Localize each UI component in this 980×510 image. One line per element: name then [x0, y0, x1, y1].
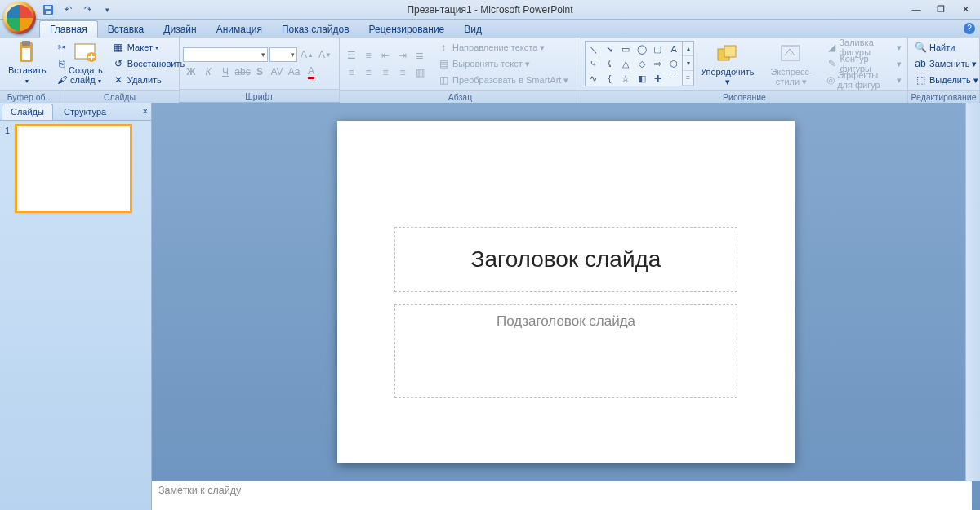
font-color-button[interactable]: A: [303, 64, 319, 79]
office-button[interactable]: [3, 2, 36, 34]
maximize-button[interactable]: ❐: [929, 2, 952, 16]
group-paragraph: ☰ ≡ ⇤ ⇥ ≣ ≡ ≡ ≡ ≡ ▥ ↕Направление текста …: [340, 38, 581, 102]
new-slide-button[interactable]: Создать слайд ▾: [64, 39, 108, 88]
align-left-button[interactable]: ≡: [343, 65, 359, 80]
indent-button[interactable]: ⇥: [394, 48, 411, 63]
shape-outline-button[interactable]: ✎Контур фигуры ▾: [824, 55, 904, 72]
spacing-button[interactable]: AV: [269, 64, 285, 79]
underline-button[interactable]: Ч: [217, 64, 234, 79]
layout-icon: ▦: [112, 41, 125, 54]
select-button[interactable]: ⬚Выделить ▾: [911, 72, 980, 88]
font-size-select[interactable]: [270, 47, 297, 62]
reset-button[interactable]: ↺Восстановить: [109, 55, 187, 72]
ribbon-tabs: Главная Вставка Дизайн Анимация Показ сл…: [0, 20, 980, 38]
justify-button[interactable]: ≡: [394, 65, 411, 80]
svg-rect-5: [22, 48, 30, 60]
subtitle-text: Подзаголовок слайда: [497, 313, 635, 330]
paste-button[interactable]: Вставить ▾: [3, 39, 51, 88]
quick-styles-button[interactable]: Экспресс-стили ▾: [760, 39, 822, 88]
outline-icon: ✎: [826, 57, 838, 70]
find-icon: 🔍: [914, 41, 927, 54]
align-center-button[interactable]: ≡: [360, 65, 376, 80]
thumbnail-list: 1: [0, 121, 151, 510]
title-placeholder[interactable]: Заголовок слайда: [394, 227, 737, 292]
shadow-button[interactable]: S: [252, 64, 268, 79]
columns-button[interactable]: ▥: [412, 65, 428, 80]
italic-button[interactable]: К: [200, 64, 216, 79]
slide-thumbnail[interactable]: 1: [5, 126, 146, 211]
shape-star-icon: ☆: [617, 71, 634, 86]
help-icon[interactable]: ?: [964, 23, 975, 34]
new-slide-icon: [73, 41, 99, 65]
text-direction-icon: ↕: [437, 41, 450, 54]
group-editing-label: Редактирование: [908, 90, 979, 103]
fill-icon: ◢: [826, 41, 837, 54]
subtitle-placeholder[interactable]: Подзаголовок слайда: [394, 304, 737, 398]
svg-rect-1: [45, 6, 51, 9]
shape-conn-icon: ⤷: [586, 56, 602, 71]
text-direction-button[interactable]: ↕Направление текста ▾: [434, 39, 571, 55]
side-tabs: Слайды Структура ×: [0, 103, 151, 121]
numbering-button[interactable]: ≡: [360, 48, 376, 63]
smartart-button[interactable]: ◫Преобразовать в SmartArt ▾: [434, 72, 571, 88]
shape-arrow-icon: ➘: [602, 42, 618, 56]
arrange-icon: [715, 41, 741, 67]
undo-icon[interactable]: ↶: [60, 2, 75, 17]
smartart-icon: ◫: [437, 73, 450, 86]
tab-design[interactable]: Дизайн: [154, 21, 206, 38]
svg-rect-2: [46, 11, 51, 14]
svg-rect-9: [724, 46, 736, 57]
group-drawing-label: Рисование: [581, 90, 907, 103]
qat-dropdown-icon[interactable]: ▾: [100, 2, 114, 17]
shape-more-icon: ⋯: [666, 71, 682, 86]
shape-curve-icon: ∿: [586, 71, 602, 86]
shape-ellipse-icon: ◯: [634, 42, 650, 56]
group-font-label: Шрифт: [180, 89, 339, 102]
font-family-select[interactable]: [183, 47, 268, 62]
side-tab-slides[interactable]: Слайды: [2, 104, 53, 120]
bullets-button[interactable]: ☰: [343, 48, 359, 63]
notes-placeholder: Заметки к слайду: [158, 485, 241, 496]
arrange-button[interactable]: Упорядочить ▾: [696, 39, 759, 88]
vertical-scrollbar[interactable]: [965, 103, 980, 481]
group-slides: Создать слайд ▾ ▦Макет ▾ ↺Восстановить ✕…: [60, 38, 180, 102]
align-text-button[interactable]: ▤Выровнять текст ▾: [434, 55, 571, 72]
replace-button[interactable]: abЗаменить ▾: [911, 55, 980, 72]
tab-insert[interactable]: Вставка: [98, 21, 154, 38]
linespacing-button[interactable]: ≣: [412, 48, 428, 63]
side-close-icon[interactable]: ×: [143, 106, 148, 116]
delete-button[interactable]: ✕Удалить: [109, 72, 187, 88]
shapes-gallery[interactable]: ＼➘▭◯▢A ⤷⤹△◇⇨⬡ ∿{☆◧✚⋯: [585, 41, 683, 86]
strike-button[interactable]: abc: [234, 64, 251, 79]
change-case-button[interactable]: Aa: [286, 64, 302, 79]
tab-animation[interactable]: Анимация: [207, 21, 272, 38]
notes-pane[interactable]: Заметки к слайду: [152, 481, 972, 510]
shape-effects-button[interactable]: ◎Эффекты для фигур ▾: [824, 72, 904, 88]
shrink-font-button[interactable]: A▼: [317, 47, 333, 62]
outdent-button[interactable]: ⇤: [377, 48, 394, 63]
shape-hex-icon: ⬡: [666, 56, 682, 71]
quick-access-toolbar: ↶ ↷ ▾: [41, 2, 114, 17]
layout-button[interactable]: ▦Макет ▾: [109, 39, 187, 55]
save-icon[interactable]: [41, 2, 56, 17]
tab-home[interactable]: Главная: [39, 20, 98, 38]
effects-icon: ◎: [826, 73, 835, 86]
delete-icon: ✕: [112, 73, 125, 86]
shape-fill-button[interactable]: ◢Заливка фигуры ▾: [824, 39, 904, 55]
redo-icon[interactable]: ↷: [80, 2, 95, 17]
tab-slideshow[interactable]: Показ слайдов: [272, 21, 359, 38]
tab-view[interactable]: Вид: [454, 21, 492, 38]
align-right-button[interactable]: ≡: [377, 65, 394, 80]
side-tab-outline[interactable]: Структура: [55, 104, 115, 120]
tab-review[interactable]: Рецензирование: [359, 21, 455, 38]
grow-font-button[interactable]: A▲: [299, 47, 315, 62]
minimize-button[interactable]: —: [905, 2, 928, 16]
bold-button[interactable]: Ж: [183, 64, 199, 79]
close-button[interactable]: ✕: [954, 2, 977, 16]
shape-line-icon: ＼: [586, 42, 602, 56]
group-clipboard: Вставить ▾ ✂ ⎘ 🖌 Буфер об...: [0, 38, 60, 102]
slide-canvas[interactable]: Заголовок слайда Подзаголовок слайда: [152, 103, 980, 481]
find-button[interactable]: 🔍Найти: [911, 39, 980, 55]
group-clipboard-label: Буфер об...: [0, 90, 60, 103]
gallery-scroll[interactable]: ▴▾≡: [683, 41, 694, 86]
